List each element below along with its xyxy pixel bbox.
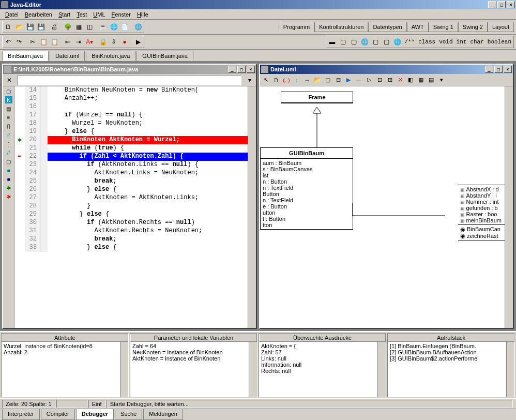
panel-callstack-body[interactable]: [1] BinBaum.Einfuegen (BinBaum.[2] GUIBi…: [388, 342, 514, 397]
doc-icon[interactable]: 📄: [119, 22, 130, 32]
menu-fenster[interactable]: Fenster: [109, 10, 134, 19]
close-button[interactable]: ×: [507, 1, 515, 8]
uml-min-button[interactable]: _: [485, 66, 493, 73]
editor-close-icon[interactable]: ✕: [4, 75, 14, 85]
uml-canvas[interactable]: Frame GUIBinBaum aum : BinBaums : BinBau…: [260, 86, 505, 328]
code-max-button[interactable]: □: [237, 66, 246, 73]
uml-cls-icon[interactable]: ⊟: [333, 76, 343, 85]
redo-icon[interactable]: ↷: [14, 37, 24, 47]
open-folder-icon[interactable]: 📂: [14, 22, 24, 32]
gutter-icon[interactable]: ≡: [5, 114, 12, 121]
globe-icon[interactable]: 🌐: [359, 37, 370, 47]
save-icon[interactable]: 💾: [25, 22, 35, 32]
code-scrollbar[interactable]: [248, 86, 256, 328]
new-file-icon[interactable]: 🗋: [3, 22, 13, 32]
tab-guibinbaum[interactable]: GUIBinBaum.java: [136, 51, 193, 61]
panel-scrollbar[interactable]: [249, 342, 257, 397]
breakpoint-icon[interactable]: ●: [119, 37, 130, 47]
panel-watched-body[interactable]: AktKnoten = { Zahl: 57 Links: null Infor…: [259, 342, 386, 397]
uml-tile-icon[interactable]: ▤: [427, 76, 436, 85]
code-min-button[interactable]: _: [228, 66, 236, 73]
lock-icon[interactable]: 🔒: [98, 37, 108, 47]
tab-meldungen[interactable]: Meldungen: [143, 409, 183, 420]
window-icon[interactable]: ▢: [338, 37, 348, 47]
uml-layout-icon[interactable]: ◧: [406, 76, 415, 85]
paste-icon[interactable]: 📋: [49, 37, 59, 47]
uml-group-icon[interactable]: ⊞: [385, 76, 394, 85]
uml-play-icon[interactable]: ▶: [344, 76, 353, 85]
tab-suche[interactable]: Suche: [115, 409, 142, 420]
uml-del-icon[interactable]: ⊡: [375, 76, 384, 85]
uml-box-icon[interactable]: ▢: [323, 76, 332, 85]
uml-window-titlebar[interactable]: Datei.uml _ □ ×: [260, 65, 513, 74]
gutter-icon[interactable]: ✱: [5, 184, 12, 191]
uml-scrollbar[interactable]: [505, 86, 513, 328]
run-icon[interactable]: ▶: [133, 37, 143, 47]
maximize-button[interactable]: □: [497, 1, 506, 8]
gutter-icon[interactable]: #: [5, 131, 12, 139]
menu-uml[interactable]: UML: [90, 10, 108, 19]
tab-layout[interactable]: Layout: [488, 22, 514, 32]
panel-icon[interactable]: ▢: [381, 37, 391, 47]
badge-comment[interactable]: /**: [403, 38, 416, 46]
gutter-icon[interactable]: ✱: [5, 193, 12, 200]
tab-kontrollstrukturen[interactable]: Kontrollstrukturen: [314, 22, 368, 32]
indent-left-icon[interactable]: ⇤: [63, 37, 73, 47]
print-icon[interactable]: 🖨: [49, 22, 59, 32]
globe2-icon[interactable]: 🌐: [392, 37, 402, 47]
uml-open-icon[interactable]: 📂: [313, 76, 322, 85]
gutter-icon[interactable]: K: [5, 96, 12, 103]
uml-assoc-icon[interactable]: —: [354, 76, 363, 85]
badge-void[interactable]: void: [437, 38, 454, 46]
tab-swing2[interactable]: Swing 2: [458, 22, 488, 32]
browser-icon[interactable]: 🌐: [133, 22, 143, 32]
panel-scrollbar[interactable]: [506, 342, 514, 397]
menu-test[interactable]: Test: [73, 10, 90, 19]
badge-int[interactable]: int: [455, 38, 468, 46]
uml-max-button[interactable]: □: [494, 66, 503, 73]
menu-datei[interactable]: Datei: [2, 10, 22, 19]
gutter-icon[interactable]: ■: [5, 175, 12, 183]
uml-delete-icon[interactable]: ✕: [396, 76, 405, 85]
panel-params-body[interactable]: Zahl = 64NeuKnoten = instance of BinKnot…: [130, 342, 257, 397]
uml-arrow-icon[interactable]: →: [302, 76, 312, 85]
tab-awt[interactable]: AWT: [407, 22, 429, 32]
class-icon[interactable]: ▦: [73, 22, 84, 32]
uml-bracket-icon[interactable]: (..): [282, 76, 291, 85]
uml-cursor-icon[interactable]: ↖: [261, 76, 270, 85]
uml-new-icon[interactable]: 🗋: [271, 76, 281, 85]
gutter-icon[interactable]: ■: [5, 167, 12, 174]
copy-icon[interactable]: 📋: [38, 37, 49, 47]
gutter-icon[interactable]: ▤: [5, 105, 12, 112]
tab-swing1[interactable]: Swing 1: [429, 22, 458, 32]
code-close-button[interactable]: ×: [247, 66, 255, 73]
menu-bearbeiten[interactable]: Bearbeiten: [22, 10, 55, 19]
tab-dateiuml[interactable]: Datei.uml: [50, 51, 85, 61]
uml-more-icon[interactable]: ▾: [437, 76, 446, 85]
cut-icon[interactable]: ✂: [27, 37, 38, 47]
member-dropdown[interactable]: [18, 75, 241, 85]
tab-binbaum[interactable]: BinBaum.java: [2, 51, 49, 61]
gutter-icon[interactable]: ▢: [5, 158, 12, 165]
frame-icon[interactable]: ▢: [370, 37, 381, 47]
tab-programm[interactable]: Programm: [279, 22, 314, 32]
badge-boolean[interactable]: boolean: [486, 38, 513, 46]
uml-guibinbaum-box[interactable]: GUIBinBaum aum : BinBaums : BinBaumCanva…: [260, 147, 353, 230]
font-icon[interactable]: A▾: [84, 37, 95, 47]
tab-interpreter[interactable]: Interpreter: [2, 409, 40, 420]
badge-char[interactable]: char: [468, 38, 485, 46]
tab-datentypen[interactable]: Datentypen: [368, 22, 406, 32]
step-icon[interactable]: ⇩: [109, 37, 119, 47]
uml-close-button[interactable]: ×: [504, 66, 512, 73]
panel-attribute-body[interactable]: Wurzel: instance of BinKnoten(id=8Anzahl…: [2, 342, 128, 397]
panel-scrollbar[interactable]: [120, 342, 128, 397]
uml-right-box[interactable]: AbstandX : dAbstandY : iNummer : intgefu…: [458, 185, 505, 241]
save-all-icon[interactable]: 💾: [36, 22, 46, 32]
menu-hilfe[interactable]: Hilfe: [134, 10, 151, 19]
app-icon-btn[interactable]: ☕: [98, 22, 108, 32]
tab-debugger[interactable]: Debugger: [76, 409, 114, 420]
tab-binknoten[interactable]: BinKnoten.java: [86, 51, 135, 61]
uml-export-icon[interactable]: ▦: [416, 76, 426, 85]
console-icon[interactable]: ▬: [327, 37, 337, 47]
indent-right-icon[interactable]: ⇥: [73, 37, 84, 47]
